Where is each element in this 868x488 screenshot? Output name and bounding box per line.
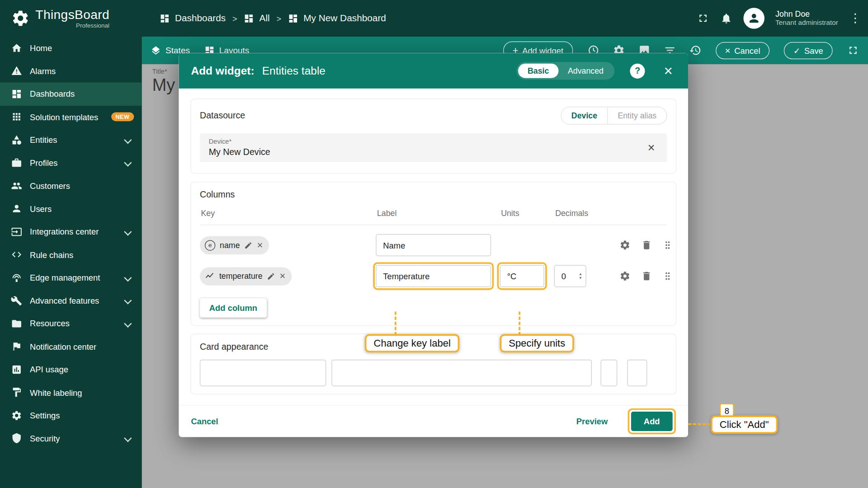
card-appearance-field[interactable] xyxy=(200,360,326,386)
annotation-specify-units: Specify units xyxy=(500,334,574,352)
screen: ThingsBoard Professional Dashboards > Al… xyxy=(0,0,868,488)
columns-title: Columns xyxy=(200,190,235,199)
sidebar-item-label: Settings xyxy=(30,411,134,420)
card-appearance-field[interactable] xyxy=(627,360,647,386)
notifications-bell-icon[interactable] xyxy=(720,12,732,24)
annotation-connector xyxy=(519,311,520,335)
column-settings-gear-icon[interactable] xyxy=(619,239,630,250)
decimals-input[interactable]: 0 ▲ ▼ xyxy=(554,265,586,287)
sidebar-item-solution-templates[interactable]: Solution templates NEW xyxy=(0,105,142,128)
card-appearance-field[interactable] xyxy=(601,360,618,386)
drag-handle-icon[interactable] xyxy=(663,271,673,282)
edge-antenna-icon xyxy=(11,272,22,283)
logo-subtitle: Professional xyxy=(76,23,109,28)
dialog-title: Entities table xyxy=(262,65,326,77)
sidebar-item-label: Alarms xyxy=(30,66,134,76)
device-field[interactable]: Device* My New Device × xyxy=(200,133,667,162)
label-input-temperature[interactable]: Temperature xyxy=(376,265,491,287)
mode-advanced-tab[interactable]: Advanced xyxy=(558,64,613,78)
edit-key-pencil-icon[interactable] xyxy=(244,241,252,249)
datasource-device-option[interactable]: Device xyxy=(561,108,608,124)
annotation-connector xyxy=(688,423,711,425)
device-clear-icon[interactable]: × xyxy=(644,141,658,154)
help-icon[interactable]: ? xyxy=(630,63,645,78)
dialog-cancel-button[interactable]: Cancel xyxy=(191,417,218,426)
advanced-features-wrench-icon xyxy=(11,295,22,306)
key-chip-label: name xyxy=(220,241,240,250)
drag-handle-icon[interactable] xyxy=(663,239,673,250)
sidebar-item-advanced-features[interactable]: Advanced features xyxy=(0,289,142,312)
user-avatar[interactable] xyxy=(743,8,764,29)
breadcrumb-all[interactable]: All xyxy=(244,13,269,23)
units-input[interactable]: °C xyxy=(500,265,544,287)
delete-column-trash-icon[interactable] xyxy=(641,271,652,282)
decimals-stepper[interactable]: ▲ ▼ xyxy=(579,272,582,281)
breadcrumb-separator: > xyxy=(232,14,237,23)
sidebar-item-integrations-center[interactable]: Integrations center xyxy=(0,220,142,243)
dashboard-title-input[interactable]: My xyxy=(152,75,175,95)
breadcrumb-dashboards[interactable]: Dashboards xyxy=(160,13,226,23)
chevron-down-icon xyxy=(124,319,132,327)
sidebar-item-dashboards[interactable]: Dashboards xyxy=(0,82,142,105)
save-button[interactable]: ✓ Save xyxy=(784,42,832,59)
decimals-value: 0 xyxy=(561,272,566,281)
key-chip-temperature[interactable]: temperature × xyxy=(200,267,292,285)
mode-basic-tab[interactable]: Basic xyxy=(518,64,558,78)
fullscreen-icon[interactable] xyxy=(697,12,709,24)
sidebar-item-settings[interactable]: Settings xyxy=(0,404,142,427)
edit-key-pencil-icon[interactable] xyxy=(267,272,275,280)
dialog-close-icon[interactable]: × xyxy=(660,63,676,79)
sidebar-item-label: Entities xyxy=(30,135,117,145)
column-header-units: Units xyxy=(500,209,554,218)
kebab-menu-icon[interactable]: ⋮ xyxy=(849,12,861,24)
expand-fullscreen-icon[interactable] xyxy=(847,44,859,56)
customers-people-icon xyxy=(11,180,22,191)
card-appearance-field[interactable] xyxy=(331,360,592,386)
sidebar-item-white-labeling[interactable]: White labeling xyxy=(0,381,142,404)
sidebar-nav: Home Alarms Dashboards Solution template… xyxy=(0,37,142,488)
sidebar-item-entities[interactable]: Entities xyxy=(0,128,142,151)
alarm-warning-icon xyxy=(11,66,22,76)
stepper-up-icon[interactable]: ▲ xyxy=(579,272,582,276)
add-column-button[interactable]: Add column xyxy=(200,298,267,318)
sidebar-item-security[interactable]: Security xyxy=(0,427,142,450)
sidebar-item-notification-center[interactable]: Notification center xyxy=(0,335,142,358)
sidebar-item-rule-chains[interactable]: Rule chains xyxy=(0,243,142,266)
stepper-down-icon[interactable]: ▼ xyxy=(579,276,582,281)
key-chip-label: temperature xyxy=(219,272,263,281)
delete-column-trash-icon[interactable] xyxy=(641,239,652,250)
save-label: Save xyxy=(804,46,823,55)
entities-icon xyxy=(11,134,22,145)
breadcrumb-current-dashboard[interactable]: My New Dashboard xyxy=(288,13,386,23)
column-header-key: Key xyxy=(200,209,376,218)
cancel-edit-button[interactable]: × Cancel xyxy=(716,42,770,59)
sidebar-item-edge-management[interactable]: Edge management xyxy=(0,266,142,289)
sidebar-item-alarms[interactable]: Alarms xyxy=(0,60,142,83)
sidebar-item-api-usage[interactable]: API usage xyxy=(0,358,142,381)
column-settings-gear-icon[interactable] xyxy=(619,271,630,282)
states-layers-icon xyxy=(151,45,161,56)
sidebar-item-label: Integrations center xyxy=(30,227,117,236)
dialog-footer: Cancel Preview Add xyxy=(179,405,689,437)
preview-button[interactable]: Preview xyxy=(576,417,608,426)
sidebar-item-customers[interactable]: Customers xyxy=(0,174,142,197)
version-history-icon[interactable] xyxy=(689,44,701,56)
sidebar-item-label: Edge management xyxy=(30,273,117,282)
sidebar-item-home[interactable]: Home xyxy=(0,37,142,60)
dialog-add-button[interactable]: Add xyxy=(631,412,673,431)
key-chip-name[interactable]: e name × xyxy=(200,236,269,254)
notification-flag-icon xyxy=(11,341,22,352)
breadcrumb-label: My New Dashboard xyxy=(303,13,386,23)
sidebar-item-resources[interactable]: Resources xyxy=(0,312,142,335)
datasource-entity-alias-option[interactable]: Entity alias xyxy=(608,108,666,124)
units-input-highlight: °C xyxy=(497,262,547,290)
remove-key-icon[interactable]: × xyxy=(280,271,286,281)
remove-key-icon[interactable]: × xyxy=(257,240,263,250)
sidebar-item-users[interactable]: Users xyxy=(0,197,142,221)
sidebar-item-label: Advanced features xyxy=(30,296,117,305)
label-input-name[interactable]: Name xyxy=(376,234,491,256)
breadcrumb-label: All xyxy=(259,13,270,23)
dialog-body: Datasource Device Entity alias Device* M… xyxy=(179,89,689,405)
sidebar-item-profiles[interactable]: Profiles xyxy=(0,151,142,174)
thingsboard-logo: ThingsBoard Professional xyxy=(0,8,142,28)
